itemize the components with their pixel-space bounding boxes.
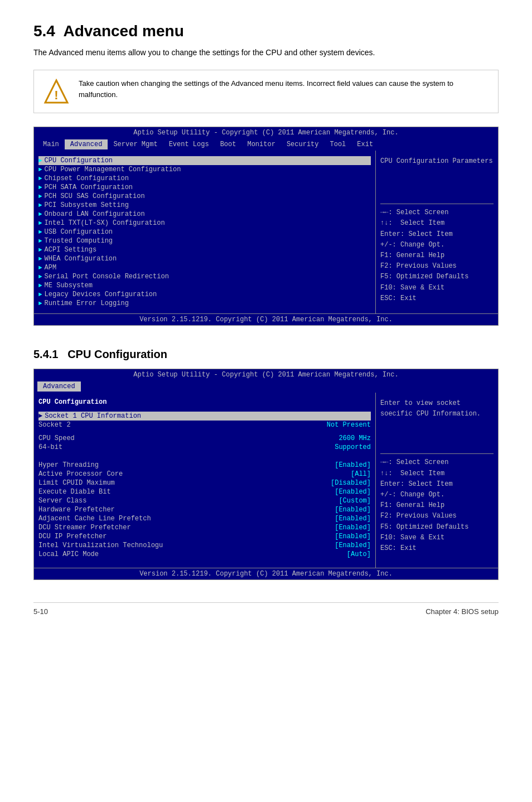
arrow-icon-5: ► <box>38 193 42 200</box>
socket1-arrow: ► <box>38 412 42 420</box>
arrow-icon-1: ► <box>38 157 42 164</box>
bios-menu-exit[interactable]: Exit <box>351 139 379 149</box>
socket2-value: Not Present <box>327 421 371 429</box>
arrow-icon-10: ► <box>38 238 42 244</box>
setting-row-8[interactable]: DCU IP Prefetcher [Enabled] <box>38 532 371 541</box>
setting-row-0[interactable]: Hyper Threading [Enabled] <box>38 461 371 470</box>
bios-help-top-2: Enter to view socket soecific CPU Inform… <box>380 398 494 419</box>
section-541: 5.4.1 CPU Configuration Aptio Setup Util… <box>33 348 499 580</box>
bios-titlebar-2: Aptio Setup Utility - Copyright (C) 2011… <box>34 369 498 380</box>
bios-right-panel-1: CPU Configuration Parameters →←: Select … <box>375 151 498 313</box>
bios-menu-advanced[interactable]: Advanced <box>65 139 108 149</box>
bios-help-top-1: CPU Configuration Parameters <box>380 156 494 167</box>
bios-item-cpu-config[interactable]: ► CPU Configuration <box>38 156 371 165</box>
bios-breadcrumb-advanced[interactable]: Advanced <box>37 381 81 392</box>
bios-menu-boot[interactable]: Boot <box>215 139 242 149</box>
arrow-icon-12: ► <box>38 255 42 262</box>
warning-text: Take caution when changing the settings … <box>79 78 489 100</box>
bios-separator-1 <box>380 204 494 204</box>
bios-item-pch-sata[interactable]: ► PCH SATA Configuration <box>38 183 371 192</box>
socket1-label: Socket 1 CPU Information <box>45 412 371 420</box>
bios-screen-cpu: Aptio Setup Utility - Copyright (C) 2011… <box>33 369 499 580</box>
bios-menu-tool[interactable]: Tool <box>325 139 352 149</box>
setting-row-4[interactable]: Server Class [Custom] <box>38 496 371 505</box>
arrow-icon-2: ► <box>38 166 42 173</box>
setting-row-10[interactable]: Local APIC Mode [Auto] <box>38 550 371 559</box>
arrow-icon-17: ► <box>38 300 42 307</box>
bios-menu-eventlogs[interactable]: Event Logs <box>163 139 215 149</box>
bios-item-serial[interactable]: ► Serial Port Console Redirection <box>38 272 371 281</box>
bios-item-pch-scu[interactable]: ► PCH SCU SAS Configuration <box>38 192 371 201</box>
cpu-config-label: CPU Configuration <box>38 397 371 407</box>
bios-item-runtime[interactable]: ► Runtime Error Logging <box>38 299 371 308</box>
subsection-heading: 5.4.1 CPU Configuration <box>33 348 499 361</box>
setting-row-3[interactable]: Execute Diable Bit [Enabled] <box>38 487 371 496</box>
footer-page-number: 5-10 <box>33 607 48 616</box>
bios-screen-advanced: Aptio Setup Utility - Copyright (C) 2011… <box>33 127 499 326</box>
bios-separator-2 <box>380 453 494 454</box>
bios-menu-security[interactable]: Security <box>281 139 325 149</box>
bios-right-panel-2: Enter to view socket soecific CPU Inform… <box>375 393 498 568</box>
socket2-row: Socket 2 Not Present <box>38 421 371 429</box>
bios-left-panel-1: ► CPU Configuration ► CPU Power Manageme… <box>34 151 375 313</box>
bios-menu-monitor[interactable]: Monitor <box>241 139 280 149</box>
setting-row-2[interactable]: Limit CPUID Maximum [Disabled] <box>38 479 371 487</box>
bios-help-keys-1: →←: Select Screen ↑↓: Select Item Enter:… <box>380 207 494 304</box>
bios-menubar-1: Main Advanced Server Mgmt Event Logs Boo… <box>34 138 498 151</box>
cpu-speed-row: CPU Speed 2600 MHz <box>38 434 371 443</box>
bios-item-chipset[interactable]: ► Chipset Configuration <box>38 174 371 183</box>
bios-item-me[interactable]: ► ME Subsystem <box>38 281 371 290</box>
arrow-icon-6: ► <box>38 202 42 209</box>
bios-item-pci[interactable]: ► PCI Subsystem Setting <box>38 201 371 210</box>
setting-row-9[interactable]: Intel Virtualization Technologu [Enabled… <box>38 541 371 550</box>
cpu-speed-label: CPU Speed <box>38 434 75 442</box>
warning-box: ! Take caution when changing the setting… <box>33 70 499 113</box>
bios-item-trusted[interactable]: ► Trusted Computing <box>38 236 371 245</box>
bios-cpu-left-panel: CPU Configuration ► Socket 1 CPU Informa… <box>34 393 375 568</box>
bios-help-keys-2: →←: Select Screen ↑↓: Select Item Enter:… <box>380 457 494 554</box>
bios-menu-servermgmt[interactable]: Server Mgmt <box>108 139 163 149</box>
section-desc: The Advanced menu items allow you to cha… <box>33 47 499 59</box>
socket1-item[interactable]: ► Socket 1 CPU Information <box>38 412 371 421</box>
arrow-icon-14: ► <box>38 273 42 280</box>
arrow-icon-4: ► <box>38 184 42 191</box>
bios-item-lan[interactable]: ► Onboard LAN Configuration <box>38 210 371 219</box>
bit-label: 64-bit <box>38 443 62 451</box>
bios-item-whea[interactable]: ► WHEA Configuration <box>38 254 371 263</box>
section-54: 5.4 Advanced menu The Advanced menu item… <box>33 22 499 326</box>
socket2-label: Socket 2 <box>38 421 71 429</box>
arrow-icon-7: ► <box>38 211 42 218</box>
bios-titlebar-1: Aptio Setup Utility - Copyright (C) 2011… <box>34 127 498 138</box>
footer-chapter: Chapter 4: BIOS setup <box>425 607 499 616</box>
arrow-icon-9: ► <box>38 229 42 235</box>
bios-item-legacy[interactable]: ► Legacy Devices Configuration <box>38 290 371 299</box>
bios-item-acpi[interactable]: ► ACPI Settings <box>38 245 371 254</box>
bit-row: 64-bit Supported <box>38 443 371 452</box>
warning-icon: ! <box>43 78 70 105</box>
bios-breadcrumb-bar: Advanced <box>34 380 498 393</box>
setting-row-5[interactable]: Hardware Prefetcher [Enabled] <box>38 505 371 514</box>
arrow-icon-15: ► <box>38 282 42 289</box>
bios-item-apm[interactable]: ► APM <box>38 263 371 272</box>
arrow-icon-16: ► <box>38 291 42 298</box>
arrow-icon-13: ► <box>38 264 42 271</box>
arrow-icon-8: ► <box>38 220 42 226</box>
bios-content-1: ► CPU Configuration ► CPU Power Manageme… <box>34 151 498 313</box>
bios-menu-main[interactable]: Main <box>37 139 65 149</box>
page-footer: 5-10 Chapter 4: BIOS setup <box>33 602 499 616</box>
section-heading: 5.4 Advanced menu <box>33 22 499 40</box>
bios-footer-1: Version 2.15.1219. Copyright (C) 2011 Am… <box>34 313 498 325</box>
arrow-icon-3: ► <box>38 175 42 182</box>
bios-content-2: CPU Configuration ► Socket 1 CPU Informa… <box>34 393 498 568</box>
setting-row-6[interactable]: Adjacent Cache Line Prefetch [Enabled] <box>38 514 371 523</box>
bit-value: Supported <box>335 443 371 451</box>
arrow-icon-11: ► <box>38 247 42 253</box>
bios-item-usb[interactable]: ► USB Configuration <box>38 228 371 236</box>
setting-row-7[interactable]: DCU Streamer Prefetcher [Enabled] <box>38 523 371 532</box>
bios-item-intel-txt[interactable]: ► Intel TXT(LT-SX) Configuration <box>38 219 371 228</box>
cpu-speed-value: 2600 MHz <box>338 434 371 442</box>
svg-text:!: ! <box>54 88 58 102</box>
setting-row-1[interactable]: Active Processor Core [All] <box>38 470 371 479</box>
bios-item-cpu-power[interactable]: ► CPU Power Management Configuration <box>38 165 371 174</box>
bios-footer-2: Version 2.15.1219. Copyright (C) 2011 Am… <box>34 568 498 579</box>
